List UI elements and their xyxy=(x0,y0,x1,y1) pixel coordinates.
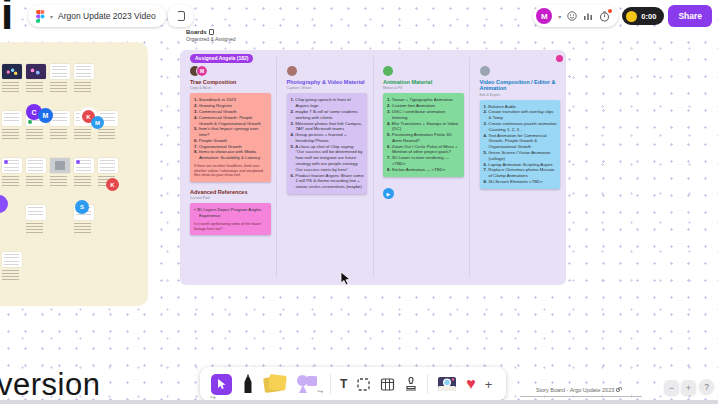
slide-thumbnail[interactable] xyxy=(26,205,46,235)
text-tool[interactable]: T xyxy=(340,377,347,391)
figjam-canvas[interactable]: i version xyxy=(0,0,718,404)
column-avatar-icon[interactable] xyxy=(383,66,393,76)
slide-thumbnail[interactable] xyxy=(50,158,70,188)
zoom-out-button[interactable]: − xyxy=(664,380,679,395)
column-avatar-group: M xyxy=(190,64,271,77)
board-column: Video Composition / Editor & Animation E… xyxy=(470,50,567,285)
thumbnail-card xyxy=(74,158,94,173)
column-section: Trae Composition Copy & Music Soundtrack… xyxy=(190,79,271,182)
figjam-toolbar: ↪ ↪ T ♥ + xyxy=(200,367,506,401)
column-subtitle: Copy & Music xyxy=(190,86,271,90)
column-avatar-icon[interactable] xyxy=(480,66,490,76)
thumbnail-caption xyxy=(26,129,43,139)
toolbar-divider xyxy=(330,374,331,394)
collaborator-avatar[interactable]: M xyxy=(91,116,104,129)
thumbnail-caption xyxy=(26,82,43,92)
chevron-down-icon[interactable]: ▾ xyxy=(558,13,561,20)
slide-thumbnail[interactable] xyxy=(2,64,22,94)
sticky-item: Commercial Growth: People Growth & Organ… xyxy=(194,115,268,127)
scrollbar-thumb[interactable] xyxy=(520,396,642,397)
camera-sticker[interactable] xyxy=(437,375,457,393)
slide-thumbnail[interactable] xyxy=(2,158,22,188)
board-columns: M Trae Composition Copy & Music Soundtra… xyxy=(180,50,566,285)
collaborator-avatar[interactable]: K xyxy=(106,178,119,191)
sticky-item: Zoom Out / Circle Pulse of Micro + Menti… xyxy=(387,144,461,156)
heart-sticker[interactable]: ♥ xyxy=(466,376,476,392)
thumbnail-card xyxy=(2,158,22,173)
thumbnail-card xyxy=(26,64,46,79)
thumbnail-caption xyxy=(50,129,67,139)
sticky-item: Items to showcase with Media Animation: … xyxy=(194,149,268,161)
sticky-note[interactable]: Balance AudioCreate transition with over… xyxy=(480,100,561,189)
collaborator-avatar[interactable]: M xyxy=(38,108,53,123)
board-title: Boards xyxy=(186,29,207,35)
slide-thumbnail[interactable] xyxy=(50,64,70,94)
help-button[interactable]: ? xyxy=(699,379,714,394)
poll-icon[interactable] xyxy=(583,11,593,21)
sticky-note[interactable]: Chip giving speech in front of Argons lo… xyxy=(287,93,368,194)
music-timer-pill[interactable]: 0:00 xyxy=(622,7,664,25)
slide-thumbnail[interactable] xyxy=(74,64,94,94)
section-tool[interactable] xyxy=(356,377,371,392)
emoji-reaction-icon[interactable] xyxy=(567,11,577,21)
slide-thumbnail[interactable] xyxy=(2,252,22,282)
column-avatar-icon[interactable] xyxy=(287,66,297,76)
sticky-note[interactable]: Teaser + Typographic AnimationCustom fon… xyxy=(383,93,464,176)
column-title: Trae Composition xyxy=(190,79,271,85)
thumbnail-card xyxy=(50,111,70,126)
shapes-tool[interactable]: ↪ xyxy=(297,374,321,394)
column-section: Advanced References Current Pool 3D Laye… xyxy=(190,189,271,235)
sticky-item: Replace Christmas photos Mission of Clam… xyxy=(484,167,558,179)
stamp-tool[interactable] xyxy=(404,377,418,392)
sticky-list: Soundtrack in 2023Growing RegisterCommer… xyxy=(194,97,268,161)
column-avatar-group xyxy=(383,64,464,77)
bottom-edge-bar xyxy=(0,400,718,404)
column-title: Animation Material xyxy=(383,79,464,85)
column-avatar-icon[interactable]: M xyxy=(197,66,207,76)
video-link-icon[interactable]: ▶ xyxy=(383,188,394,199)
thumbnail-caption xyxy=(50,82,67,92)
toolbar-divider xyxy=(427,374,428,394)
board-status-label: Story Board - Argo Update 2023 xyxy=(536,387,620,393)
sticky-item: Milestone photos that link Campus, TAP, … xyxy=(291,121,365,133)
timer-icon[interactable] xyxy=(599,11,610,22)
slide-thumbnail[interactable] xyxy=(50,111,70,141)
column-title: Photography & Video Material xyxy=(287,79,368,85)
select-tool[interactable]: ↪ xyxy=(211,374,232,395)
thumbnail-caption xyxy=(2,129,19,139)
file-menu-pill[interactable]: ▾ Argon Update 2023 Video xyxy=(28,5,166,27)
board-column: Animation Material Motion & FX Teaser + … xyxy=(373,50,470,285)
chevron-down-icon[interactable]: ▾ xyxy=(50,13,53,20)
collaborator-avatar[interactable]: S xyxy=(75,200,89,214)
slide-thumbnail[interactable] xyxy=(2,111,22,141)
column-subtitle: Edit & Export xyxy=(480,93,561,97)
board-heading: Boards Organized & Assigned xyxy=(186,29,235,42)
sticky-item: Item's that Impact synergy over time? xyxy=(194,126,268,138)
slide-thumbnail[interactable] xyxy=(74,158,94,188)
thumbnail-card xyxy=(98,158,118,173)
current-user-avatar[interactable]: M xyxy=(536,8,552,24)
slide-thumbnail[interactable] xyxy=(26,64,46,94)
ideation-board-section[interactable]: Assigned Angela (182) M Trae Composition… xyxy=(180,50,566,285)
board-column: M Trae Composition Copy & Music Soundtra… xyxy=(180,50,277,285)
table-tool[interactable] xyxy=(380,377,395,392)
sticky-note-tool[interactable] xyxy=(264,374,288,394)
sticky-item: 3D Lower screen rendering — <TBD> xyxy=(387,155,461,167)
slide-thumbnail[interactable] xyxy=(26,158,46,188)
storyboard-frame[interactable]: CMKMKS xyxy=(0,42,148,306)
sticky-note[interactable]: Soundtrack in 2023Growing RegisterCommer… xyxy=(190,93,271,182)
share-button[interactable]: Share xyxy=(668,5,712,27)
file-title[interactable]: Argon Update 2023 Video xyxy=(58,11,156,21)
column-section: Photography & Video Material Capture / S… xyxy=(287,79,368,194)
marker-tool[interactable] xyxy=(241,373,255,395)
present-icon xyxy=(177,11,185,21)
present-button[interactable] xyxy=(168,5,193,27)
zoom-in-button[interactable]: + xyxy=(681,380,696,395)
column-section: Animation Material Motion & FX Teaser + … xyxy=(383,79,464,177)
emoji-avatar-icon xyxy=(626,11,637,22)
sticky-note[interactable]: 3D Layers Depict Program Angles Experien… xyxy=(190,203,271,235)
add-tool-button[interactable]: + xyxy=(485,377,493,392)
board-label-text: Story Board - Argo Update 2023 xyxy=(536,387,614,393)
sticky-item: Group pictures + learned + friendship Ph… xyxy=(291,132,365,144)
column-subtitle: Current Pool xyxy=(190,196,271,200)
